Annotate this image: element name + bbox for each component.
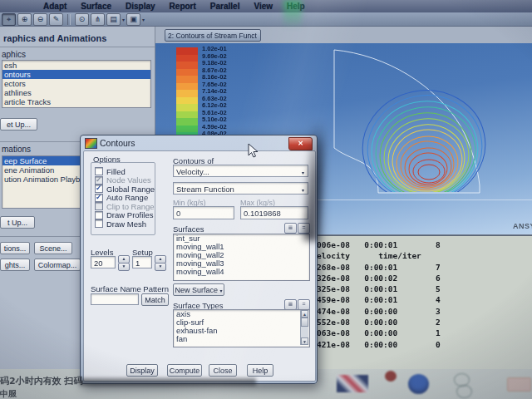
colorbar-swatch [176,111,198,119]
checkbox-global-range[interactable]: Global Range [95,185,155,194]
pencil-icon[interactable]: ✎ [49,13,63,26]
photo-artifact-circle2 [456,385,472,398]
checkbox-label: Auto Range [106,193,148,202]
levels-down-icon[interactable]: ▼ [118,263,130,271]
photo-smudge [80,378,256,386]
dialog-titlebar[interactable]: Contours ✕ [81,135,317,150]
layout-dropdown-icon[interactable]: ▾ [122,17,125,22]
min-field[interactable]: 0 [173,206,234,219]
zoom-out-icon[interactable]: ⊖ [33,13,47,26]
zoom-in-icon[interactable]: ⊕ [17,13,32,26]
contours-dialog: Contours ✕ Options Filled Node Values Gl… [80,135,318,384]
surfaces-listbox: int_sur moving_wall1 moving_wall2 moving… [173,234,310,281]
colorbar-swatch [176,62,198,69]
new-surface-button[interactable]: New Surface ▾ [173,283,224,296]
contours-of-sub-select[interactable]: Stream Function ▾ [173,182,308,195]
stream-function-contour-plot [320,43,511,206]
list-item-vectors[interactable]: ectors [2,79,150,88]
graphics-listbox: esh ontours ectors athlines article Trac… [2,60,151,108]
checkbox-clip-to-range[interactable]: Clip to Range [95,202,155,211]
photo-watermark-text2: 中服 [0,388,17,399]
colorbar-swatch [176,47,198,55]
probe-icon[interactable]: ⊙ [75,13,89,26]
checkbox-label: Global Range [106,185,155,194]
photo-watermark-text: 码2小时内有效 扫码 [0,375,82,387]
lights-button[interactable]: ghts... [0,259,30,271]
surface-item[interactable]: moving_wall4 [174,268,309,276]
list-item-particle-tracks[interactable]: article Tracks [2,97,150,106]
scrollbar-thumb[interactable] [301,318,308,327]
list-item-contours[interactable]: ontours [2,70,150,79]
menu-view[interactable]: View [254,2,273,11]
photo-artifact-blue-circle [408,374,429,394]
new-surface-label: New Surface [175,286,218,294]
select-all-icon[interactable]: ≣ [284,223,297,234]
checkbox-draw-mesh[interactable]: Draw Mesh [95,219,155,229]
display-button[interactable]: Display [126,364,158,377]
setup-field[interactable]: 1 [132,256,152,268]
checkbox-icon[interactable] [95,202,103,210]
axes-icon[interactable]: ⋔ [91,13,105,26]
graphics-view-selector[interactable]: 2: Contours of Stream Funct ▾ [165,29,261,42]
set-up-button-graphics[interactable]: et Up... [0,118,37,131]
colorbar-swatch [176,118,198,126]
menu-parallel[interactable]: Parallel [210,2,240,11]
setup-down-icon[interactable]: ▼ [155,263,166,271]
contours-of-sub-value: Stream Function [176,185,234,194]
checkbox-icon[interactable] [95,219,103,228]
compute-button[interactable]: Compute [167,364,202,377]
scroll-down-icon[interactable]: ▼ [301,337,308,345]
options-button[interactable]: tions... [0,242,30,254]
close-button[interactable]: Close [209,364,237,377]
checkbox-filled[interactable]: Filled [95,167,155,176]
checkbox-icon[interactable] [95,185,103,193]
close-icon[interactable]: ✕ [288,137,313,150]
pan-icon[interactable]: ⌖ [2,13,16,26]
levels-field[interactable]: 20 [91,256,116,268]
checkbox-icon[interactable] [95,194,103,202]
graphics-view-label: 2: Contours of Stream Funct [168,32,257,40]
menu-adapt[interactable]: Adapt [43,2,66,11]
list-item-pathlines[interactable]: athlines [2,88,150,97]
menu-surface[interactable]: Surface [81,2,111,11]
checkbox-icon[interactable] [95,167,103,175]
contours-of-select[interactable]: Velocity... ▾ [173,165,308,177]
monitor-icon[interactable]: ▣ [126,13,140,26]
monitor-dropdown-icon[interactable]: ▾ [142,17,145,22]
max-field[interactable]: 0.1019868 [240,206,308,219]
surface-type-item[interactable]: exhaust-fan [174,327,309,335]
match-button[interactable]: Match [141,293,169,306]
screen-photo: Adapt Surface Display Report Parallel Vi… [0,0,532,399]
toolbar: ⌖ ⊕ ⊖ ✎ ⊙ ⋔ ▤ ▾ ▣ ▾ [0,12,532,27]
checkbox-draw-profiles[interactable]: Draw Profiles [95,211,155,220]
list-item-mesh[interactable]: esh [2,61,150,70]
checkbox-auto-range[interactable]: Auto Range [95,194,155,203]
checkbox-icon[interactable] [95,211,103,219]
panel-title: raphics and Animations [3,33,106,43]
surface-name-pattern-field[interactable] [91,293,139,305]
colormap-button[interactable]: Colormap... [34,259,81,271]
colorbar-swatch [176,104,198,111]
surface-types-listbox: axis clip-surf exhaust-fan fan [173,309,310,347]
ansys-watermark: ANSY [513,222,532,230]
scroll-up-icon[interactable]: ▲ [301,310,308,318]
scrollbar[interactable]: ▲ ▼ [300,310,308,345]
graphics-section-label: aphics [2,50,26,59]
help-button[interactable]: Help [247,364,273,377]
dialog-body: Options Filled Node Values Global Range … [83,150,316,382]
deselect-all-icon[interactable]: = [298,223,310,234]
colorbar-swatch [176,97,198,105]
checkbox-node-values[interactable]: Node Values [95,176,155,185]
checkbox-icon[interactable] [95,176,103,185]
dialog-title: Contours [100,138,135,148]
layout-icon[interactable]: ▤ [106,13,121,26]
scene-button[interactable]: Scene... [34,242,72,254]
menu-display[interactable]: Display [126,2,155,11]
menu-help[interactable]: Help [287,2,305,11]
contours-dialog-icon [85,138,97,149]
checkbox-label: Clip to Range [106,202,155,211]
set-up-button-animations[interactable]: t Up... [0,216,35,229]
surface-type-item[interactable]: fan [174,335,309,343]
fluent-window: Adapt Surface Display Report Parallel Vi… [0,0,532,399]
menu-report[interactable]: Report [170,2,196,11]
